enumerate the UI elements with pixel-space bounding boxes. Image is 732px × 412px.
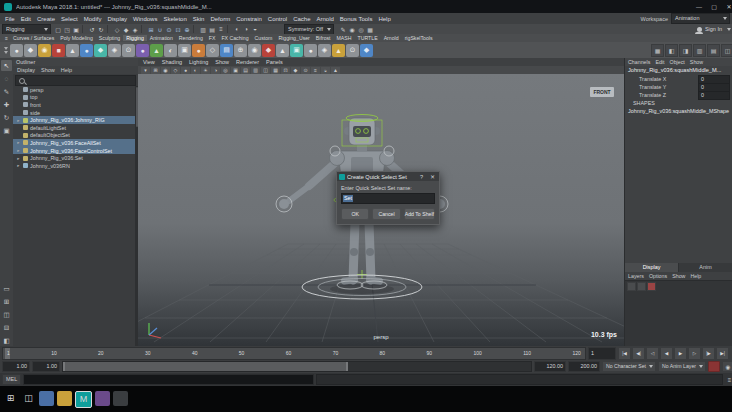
taskbar-app-icon[interactable] <box>95 391 110 406</box>
playback-end-field[interactable]: 120.00 <box>534 361 566 372</box>
taskbar-app-icon[interactable] <box>113 391 128 406</box>
layer-editor-menu-item[interactable]: Help <box>690 273 701 279</box>
sidebar-toggle-icon[interactable]: ▦ <box>651 44 664 57</box>
layout-shortcut-icon[interactable]: ◧ <box>1 335 12 346</box>
shelf-tool-icon[interactable]: ▲ <box>332 44 345 57</box>
shelf-tool-icon[interactable]: ◈ <box>318 44 331 57</box>
outliner-menu-item[interactable]: Help <box>61 67 72 73</box>
auto-keyframe-toggle-icon[interactable] <box>708 361 720 372</box>
shelf-tab[interactable]: Sculpting <box>96 35 123 41</box>
expand-arrow-icon[interactable]: ▸ <box>16 156 21 161</box>
shelf-tab[interactable]: Custom <box>252 35 276 41</box>
shelf-tool-icon[interactable]: ● <box>136 44 149 57</box>
status-icon[interactable]: ⊡ <box>174 25 182 34</box>
viewport-toolbar-icon[interactable]: ▲ <box>331 67 340 74</box>
viewport-toolbar-icon[interactable]: ⊡ <box>281 67 290 74</box>
transport-button[interactable]: ◁ <box>646 347 659 360</box>
viewport-menu-item[interactable]: Shading <box>162 59 182 65</box>
outliner-menu-item[interactable]: Show <box>41 67 55 73</box>
shelf-tab[interactable]: Rigging <box>123 35 147 41</box>
taskbar-app-icon[interactable]: ⊞ <box>3 391 18 406</box>
shelf-tool-icon[interactable]: ● <box>80 44 93 57</box>
sidebar-toggle-icon[interactable]: ◨ <box>679 44 692 57</box>
range-slider-track[interactable] <box>62 361 532 372</box>
sidebar-toggle-icon[interactable]: ◫ <box>721 44 732 57</box>
layer-editor-menu-item[interactable]: Show <box>672 273 685 279</box>
outliner-item[interactable]: ▸ Johnny_Rig_v036:Johnny_RIG <box>13 116 135 124</box>
status-icon[interactable]: ≡ <box>217 25 225 34</box>
status-icon[interactable]: ◆ <box>122 25 130 34</box>
outliner-menu-item[interactable]: Display <box>17 67 35 73</box>
status-icon[interactable]: ◐ <box>233 25 241 34</box>
shelf-tool-icon[interactable]: ◉ <box>38 44 51 57</box>
dialog-close-button[interactable]: ✕ <box>428 174 437 180</box>
layout-shortcut-icon[interactable]: ▭ <box>1 283 12 294</box>
menu-item[interactable]: File <box>2 16 18 22</box>
layer-editor-tab[interactable]: Anim <box>679 263 732 272</box>
channel-box-menu-item[interactable]: Channels <box>628 59 650 65</box>
expand-arrow-icon[interactable]: ▸ <box>16 140 21 145</box>
dialog-help-button[interactable]: ? <box>417 174 426 180</box>
channel-value-field[interactable]: 0 <box>698 91 730 100</box>
menu-item[interactable]: Select <box>58 16 81 22</box>
layer-color-swatch[interactable] <box>647 282 656 291</box>
viewport-toolbar-icon[interactable]: ◆ <box>291 67 300 74</box>
tool-icon[interactable]: ✚ <box>1 99 12 110</box>
sidebar-toggle-icon[interactable]: ▤ <box>707 44 720 57</box>
shelf-menu-icon[interactable]: ≡ <box>3 35 10 41</box>
menu-item[interactable]: Arnold <box>314 16 337 22</box>
minimize-button[interactable]: — <box>692 1 706 12</box>
shelf-tool-icon[interactable]: ⊙ <box>122 44 135 57</box>
status-icon[interactable]: ▤ <box>208 25 216 34</box>
status-icon[interactable]: ⊙ <box>165 25 173 34</box>
layout-shortcut-icon[interactable]: ⊞ <box>1 296 12 307</box>
expand-arrow-icon[interactable]: ▸ <box>16 118 21 123</box>
status-icon[interactable] <box>82 25 86 33</box>
status-icon[interactable]: ◉ <box>348 25 356 34</box>
viewport-toolbar-icon[interactable]: ◉ <box>161 67 170 74</box>
shelf-tool-icon[interactable]: ● <box>192 44 205 57</box>
animation-start-field[interactable]: 1.00 <box>2 361 30 372</box>
viewport-toolbar-icon[interactable]: ● <box>181 67 190 74</box>
outliner-item[interactable]: defaultLightSet <box>13 124 135 132</box>
shelf-scroll-arrows[interactable] <box>2 47 9 54</box>
tool-icon[interactable]: ◌ <box>1 73 12 84</box>
shelf-tool-icon[interactable]: ■ <box>52 44 65 57</box>
shelf-tool-icon[interactable]: ▲ <box>66 44 79 57</box>
shelf-tool-icon[interactable]: ◆ <box>262 44 275 57</box>
status-icon[interactable]: ↻ <box>97 25 105 34</box>
close-button[interactable]: ✕ <box>722 1 732 12</box>
status-icon[interactable]: ◳ <box>63 25 71 34</box>
animation-end-field[interactable]: 200.00 <box>568 361 600 372</box>
status-icon[interactable]: ◎ <box>357 25 365 34</box>
viewport-toolbar-icon[interactable]: ▤ <box>241 67 250 74</box>
viewport-menu-item[interactable]: Show <box>215 59 229 65</box>
viewport-toolbar-icon[interactable]: ◎ <box>221 67 230 74</box>
layer-editor-menu-item[interactable]: Layers <box>628 273 644 279</box>
status-icon[interactable]: ▦ <box>366 25 374 34</box>
status-icon[interactable]: ⊕ <box>183 25 191 34</box>
viewport-toolbar-icon[interactable]: ◑ <box>211 67 220 74</box>
current-frame-field[interactable]: 1 <box>588 347 616 360</box>
shelf-tool-icon[interactable]: ◉ <box>248 44 261 57</box>
tool-icon[interactable]: ↻ <box>1 112 12 123</box>
dialog-titlebar[interactable]: Create Quick Select Set ? ✕ <box>337 172 439 181</box>
playback-range-handle[interactable] <box>63 362 348 371</box>
shelf-tab[interactable]: Rendering <box>176 35 206 41</box>
outliner-item[interactable]: ▸ Johnny_Rig_v036:Set <box>13 154 135 162</box>
shelf-tool-icon[interactable]: ▲ <box>276 44 289 57</box>
status-icon[interactable]: ⊞ <box>147 25 155 34</box>
menu-item[interactable]: Bonus Tools <box>337 16 376 22</box>
viewport-toolbar-icon[interactable]: ▣ <box>231 67 240 74</box>
shelf-tool-icon[interactable]: ● <box>10 44 23 57</box>
viewport-toolbar-icon[interactable]: ◫ <box>261 67 270 74</box>
tool-icon[interactable]: ↖ <box>1 60 12 71</box>
symmetry-dropdown[interactable]: Symmetry: Off <box>284 24 334 35</box>
shelf-tool-icon[interactable]: ◇ <box>206 44 219 57</box>
channel-row[interactable]: Translate Z 0 <box>625 91 732 99</box>
transport-button[interactable]: ▶ <box>674 347 687 360</box>
shelf-tool-icon[interactable]: ▣ <box>178 44 191 57</box>
menu-item[interactable]: Display <box>104 16 130 22</box>
add-to-shelf-button[interactable]: Add To Shelf <box>404 208 435 220</box>
outliner-item[interactable]: ▸ Johnny_Rig_v036:FaceControlSet <box>13 147 135 155</box>
